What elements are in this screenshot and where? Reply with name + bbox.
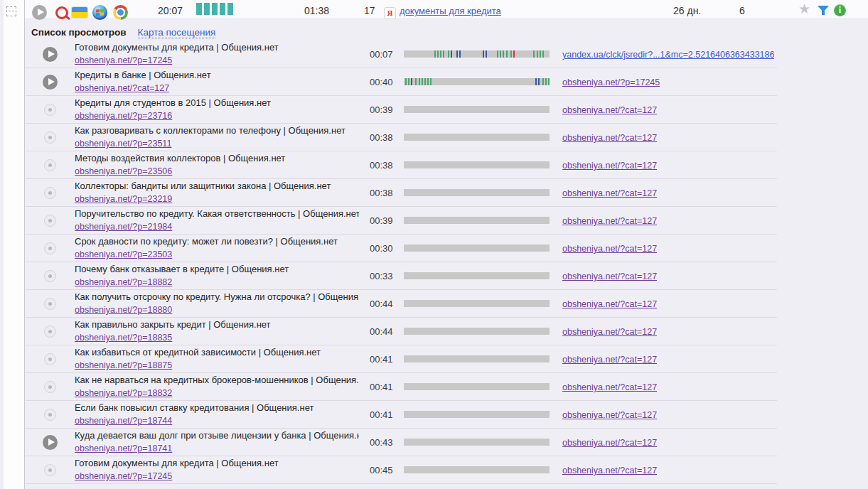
view-duration: 00:40 [359, 77, 399, 87]
play-view-button[interactable] [43, 75, 58, 90]
referrer-link[interactable]: yandex.ua/clck/jsredir?...1&mc=2.5216406… [562, 50, 774, 60]
page-title: Срок давности по кредиту: может ли повез… [75, 236, 359, 247]
collapse-panel-icon[interactable] [6, 6, 16, 16]
list-item: Готовим документы для кредита | Общения.… [26, 41, 777, 68]
row-bar-cell [399, 78, 550, 85]
row-referrer-cell: yandex.ua/clck/jsredir?...1&mc=2.5216406… [550, 48, 774, 60]
referrer-link[interactable]: obsheniya.net/?cat=127 [562, 133, 657, 143]
activity-bar [404, 217, 550, 224]
activity-bar [404, 355, 550, 362]
play-view-button[interactable] [44, 104, 56, 116]
referrer-link[interactable]: obsheniya.net/?cat=127 [562, 299, 657, 309]
referrer-link[interactable]: obsheniya.net/?cat=127 [562, 188, 657, 198]
play-view-button[interactable] [44, 242, 56, 254]
page-url-link[interactable]: obsheniya.net/?p=17245 [75, 55, 172, 65]
page-url-link[interactable]: obsheniya.net/?p=18744 [75, 416, 172, 426]
play-view-button[interactable] [44, 131, 56, 144]
row-button-cell [26, 435, 75, 450]
row-button-cell [26, 131, 75, 144]
visit-activity-bars [196, 3, 233, 15]
row-bar-cell [399, 244, 550, 252]
page-url-link[interactable]: obsheniya.net/?p=18835 [75, 333, 172, 343]
referrer-link[interactable]: obsheniya.net/?p=17245 [562, 77, 660, 87]
page-url-link[interactable]: obsheniya.net/?p=18882 [75, 277, 172, 287]
page-url-link[interactable]: obsheniya.net/?p=23511 [75, 139, 171, 149]
referrer-link[interactable]: obsheniya.net/?cat=127 [562, 272, 657, 281]
filter-icon[interactable] [818, 6, 829, 12]
play-view-button[interactable] [43, 435, 58, 450]
row-bar-cell [399, 189, 550, 196]
row-button-cell [26, 187, 75, 199]
play-view-button[interactable] [44, 298, 56, 310]
page-title: Готовим документы для кредита | Общения.… [75, 42, 359, 53]
row-button-cell [26, 270, 75, 282]
row-text-cell: Методы воздействия коллекторов | Общения… [75, 153, 359, 177]
row-button-cell [26, 326, 75, 338]
list-item: Как правильно закрыть кредит | Общения.н… [26, 318, 777, 345]
browser-chrome-icon [113, 5, 128, 20]
row-button-cell [26, 104, 75, 116]
page-title: Готовим документы для кредита | Общения.… [75, 458, 359, 469]
page-url-link[interactable]: obsheniya.net/?p=18832 [75, 388, 172, 398]
page-url-link[interactable]: obsheniya.net/?p=23219 [75, 194, 172, 204]
search-icon[interactable] [55, 6, 68, 19]
info-icon[interactable]: i [834, 4, 846, 16]
row-button-cell [26, 353, 75, 365]
list-item: Куда девается ваш долг при отзыве лиценз… [26, 429, 777, 456]
page-url-link[interactable]: obsheniya.net/?p=23503 [75, 249, 172, 259]
activity-bar [404, 78, 550, 85]
referrer-link[interactable]: obsheniya.net/?cat=127 [562, 105, 657, 115]
play-view-button[interactable] [44, 326, 56, 338]
play-view-button[interactable] [44, 159, 56, 171]
row-text-cell: Как получить отсрочку по кредиту. Нужна … [75, 291, 359, 316]
play-view-button[interactable] [44, 464, 56, 476]
referrer-link[interactable]: obsheniya.net/?cat=127 [562, 466, 657, 475]
page-url-link[interactable]: obsheniya.net/?p=23506 [75, 166, 172, 176]
page-url-link[interactable]: obsheniya.net/?p=17245 [75, 471, 172, 481]
activity-bar [404, 466, 550, 473]
row-bar-cell [399, 161, 550, 168]
page-url-link[interactable]: obsheniya.net/?p=21984 [75, 222, 172, 232]
search-query-link[interactable]: документы для кредита [400, 6, 501, 16]
page-url-link[interactable]: obsheniya.net/?p=18875 [75, 360, 172, 370]
referrer-link[interactable]: obsheniya.net/?cat=127 [562, 244, 657, 254]
referrer-link[interactable]: obsheniya.net/?cat=127 [562, 161, 657, 171]
page-url-link[interactable]: obsheniya.net/?p=23716 [75, 111, 172, 121]
play-view-button[interactable] [44, 353, 56, 365]
page-title: Методы воздействия коллекторов | Общения… [75, 153, 359, 164]
row-text-cell: Если банк повысил ставку кредитования | … [75, 402, 359, 426]
tab-views-list[interactable]: Список просмотров [31, 27, 127, 38]
play-view-button[interactable] [44, 270, 56, 282]
play-view-button[interactable] [44, 187, 56, 199]
play-view-button[interactable] [44, 381, 56, 393]
row-referrer-cell: obsheniya.net/?cat=127 [550, 297, 657, 310]
referrer-link[interactable]: obsheniya.net/?cat=127 [562, 216, 657, 226]
referrer-link[interactable]: obsheniya.net/?cat=127 [562, 327, 657, 337]
row-bar-cell [399, 466, 550, 473]
page-url-link[interactable]: obsheniya.net/?p=18741 [75, 444, 172, 453]
row-button-cell [26, 298, 75, 310]
replay-visit-button[interactable] [32, 5, 47, 20]
tab-visit-map[interactable]: Карта посещения [138, 27, 216, 38]
page-title: Почему банк отказывает в кредите | Общен… [75, 264, 359, 275]
visit-duration: 01:38 [304, 5, 329, 16]
play-view-button[interactable] [44, 215, 56, 227]
view-duration: 00:38 [359, 132, 399, 143]
referrer-link[interactable]: obsheniya.net/?cat=127 [562, 438, 657, 448]
left-rail [4, 0, 25, 489]
referrer-link[interactable]: obsheniya.net/?cat=127 [562, 410, 657, 420]
view-duration: 00:41 [359, 382, 399, 392]
play-view-button[interactable] [44, 409, 56, 421]
row-referrer-cell: obsheniya.net/?cat=127 [550, 408, 657, 421]
country-flag-ukraine-icon [72, 7, 87, 18]
row-bar-cell [399, 134, 550, 141]
referrer-link[interactable]: obsheniya.net/?cat=127 [562, 382, 657, 392]
page-url-link[interactable]: obsheniya.net/?p=18880 [75, 305, 172, 315]
referrer-link[interactable]: obsheniya.net/?cat=127 [562, 355, 657, 365]
play-view-button[interactable] [43, 47, 58, 62]
view-duration: 00:41 [359, 409, 399, 420]
page-url-link[interactable]: obsheniya.net/?cat=127 [75, 83, 169, 93]
views-count: 17 [364, 5, 375, 16]
page-title: Если банк повысил ставку кредитования | … [75, 402, 359, 414]
favorite-star-icon[interactable]: ★ [798, 3, 810, 16]
